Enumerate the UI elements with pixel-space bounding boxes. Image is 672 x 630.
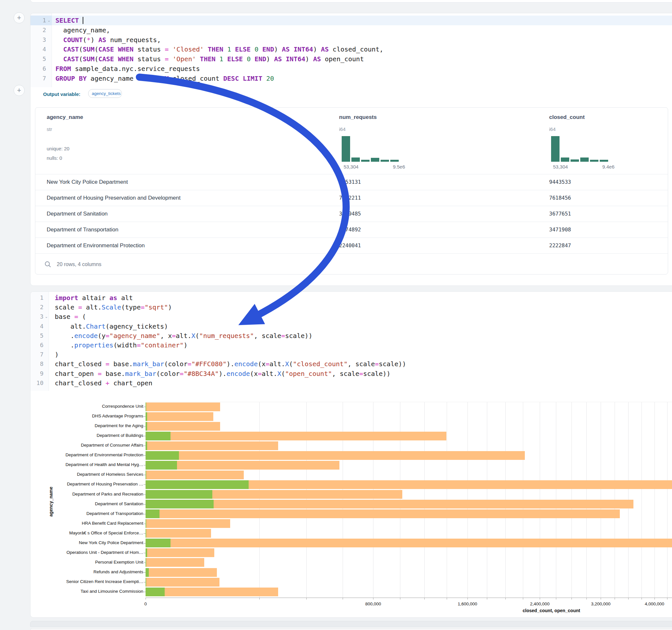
search-icon[interactable] <box>44 261 51 268</box>
histogram-bar <box>580 158 589 162</box>
x-axis-tick <box>447 598 447 600</box>
histogram-bar <box>551 136 559 162</box>
code-line: base = ( <box>55 312 86 321</box>
histogram-bar <box>590 160 598 162</box>
y-axis-tick <box>144 582 146 582</box>
table-cell: Department of Sanitation <box>47 206 107 222</box>
column-histogram <box>551 136 609 162</box>
y-axis-category-label: Taxi and Limousine Commission <box>30 589 143 594</box>
table-cell: 3677651 <box>549 206 571 222</box>
table-cell: 3774892 <box>339 222 361 238</box>
table-cell: 3749485 <box>339 206 361 222</box>
line-number: 5 <box>30 331 44 341</box>
x-axis-title: closed_count, open_count <box>517 608 586 613</box>
bar-open-count <box>146 403 146 411</box>
line-number: 8 <box>30 359 44 369</box>
y-axis-tick <box>144 407 146 407</box>
bar-open-count <box>146 509 160 518</box>
table-cell: New York City Police Department <box>47 174 128 190</box>
table-row[interactable]: Department of Transportation377489234719… <box>35 222 668 238</box>
bar-closed-count <box>146 432 447 440</box>
line-number: 2 <box>30 25 46 35</box>
bar-open-count <box>146 480 249 489</box>
table-cell: 7782211 <box>339 190 361 206</box>
x-axis-tick <box>642 598 642 600</box>
y-axis-tick <box>144 543 146 543</box>
histogram-bar <box>352 158 360 162</box>
code-line: chart_open = base.mark_bar(color="#8BC34… <box>55 369 391 379</box>
x-axis-tick-label: 0 <box>144 602 147 606</box>
column-header-name[interactable]: closed_count <box>549 114 585 121</box>
bar-closed-count <box>146 587 278 596</box>
x-axis-tick-label: 800,000 <box>365 602 381 606</box>
line-number: 5 <box>30 54 46 64</box>
output-variable-value: agency_tickets <box>89 90 121 98</box>
column-stat: unique: 20 <box>47 146 69 151</box>
histogram-bar <box>342 136 350 162</box>
table-row[interactable]: Department of Sanitation37494853677651 <box>35 206 668 222</box>
output-variable-label: Output variable: <box>43 91 80 97</box>
bar-open-count <box>146 451 179 460</box>
bar-open-count <box>146 529 146 538</box>
line-number: 4 <box>30 321 44 331</box>
column-histogram <box>342 136 400 162</box>
code-line: SELECT <box>55 16 83 25</box>
column-header-name[interactable]: num_requests <box>339 114 377 121</box>
x-axis-line <box>146 598 672 598</box>
text-cursor <box>83 17 83 24</box>
y-axis-category-label: Correspondence Unit <box>30 404 143 409</box>
bar-closed-count <box>146 529 211 538</box>
add-cell-button-output[interactable]: + <box>14 85 25 96</box>
fold-chevron-icon[interactable]: ⌄ <box>45 312 48 321</box>
chart-gridline <box>667 402 668 598</box>
line-number: 7 <box>30 350 44 359</box>
active-line-highlight <box>30 16 672 25</box>
bar-open-count <box>146 461 177 469</box>
x-axis-tick <box>615 598 615 600</box>
output-variable-pill[interactable]: agency_tickets <box>88 89 122 98</box>
bar-open-count <box>146 548 147 557</box>
code-line: import altair as alt <box>55 293 133 303</box>
table-cell: 7618456 <box>549 190 571 206</box>
bar-closed-count <box>146 441 278 450</box>
line-number: 3 <box>30 312 44 321</box>
line-number: 2 <box>30 302 44 312</box>
y-axis-tick <box>144 592 146 592</box>
histogram-bar <box>571 160 579 162</box>
sql-cell[interactable]: 1⌄SELECT 2 agency_name,3 COUNT(*) AS num… <box>30 13 672 286</box>
table-cell: 3471908 <box>549 222 571 238</box>
bar-closed-count <box>146 412 213 421</box>
table-row[interactable]: Department of Housing Preservation and D… <box>35 190 668 206</box>
bar-open-count <box>146 441 147 450</box>
y-axis-category-label: Department of Consumer Affairs <box>30 443 143 447</box>
table-row[interactable]: New York City Police Department945313194… <box>35 174 668 190</box>
y-axis-category-label: Operations Unit - Department of Hom… <box>30 550 143 555</box>
x-axis-tick <box>400 598 400 600</box>
y-axis-category-label: Department of Homeless Services <box>30 472 143 477</box>
sql-results-table[interactable]: agency_namestrunique: 20nulls: 0num_requ… <box>35 107 668 274</box>
code-line: CAST(SUM(CASE WHEN status = 'Closed' THE… <box>55 44 383 54</box>
python-cell[interactable]: 1import altair as alt2scale = alt.Scale(… <box>30 291 672 618</box>
column-stat: nulls: 0 <box>47 155 62 161</box>
line-number: 6 <box>30 340 44 350</box>
y-axis-category-label: DHS Advantage Programs <box>30 413 143 418</box>
bar-closed-count <box>146 578 219 587</box>
bar-open-count <box>146 432 170 440</box>
table-cell: Department of Transportation <box>47 222 118 238</box>
bar-open-count <box>146 422 147 431</box>
y-axis-tick <box>144 426 146 427</box>
histogram-bar <box>381 160 389 162</box>
table-row[interactable]: Department of Environmental Protection22… <box>35 238 668 254</box>
bar-closed-count <box>146 422 220 431</box>
x-axis-tick <box>586 598 587 600</box>
bar-closed-count <box>146 451 525 460</box>
column-header-name[interactable]: agency_name <box>47 114 83 121</box>
line-number: 3 <box>30 35 46 45</box>
fold-chevron-icon[interactable]: ⌄ <box>47 16 51 25</box>
y-axis-category-label: Refunds and Adjustments <box>30 570 143 574</box>
y-axis-category-label: Department of Environmental Protection <box>30 453 143 457</box>
code-line: chart_closed + chart_open <box>55 378 152 388</box>
code-line: .encode(y="agency_name", x=alt.X("num_re… <box>55 331 312 341</box>
code-line: alt.Chart(agency_tickets) <box>55 321 168 331</box>
add-cell-button-top[interactable]: + <box>14 12 25 23</box>
